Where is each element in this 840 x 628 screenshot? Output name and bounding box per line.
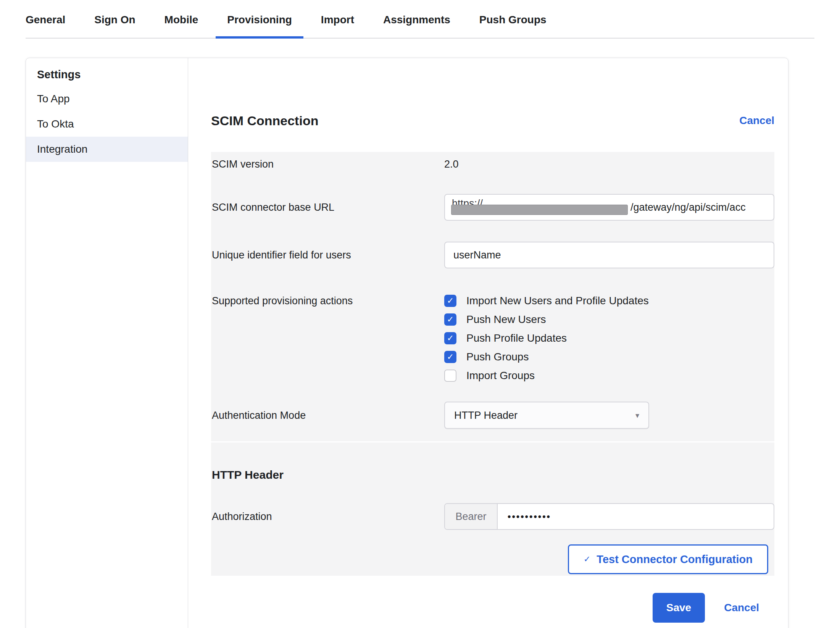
- tab-general[interactable]: General: [26, 14, 65, 38]
- page-title: SCIM Connection: [211, 112, 318, 129]
- sidebar-item-integration[interactable]: Integration: [26, 137, 188, 162]
- checkbox-row-push-profile-updates[interactable]: ✓ Push Profile Updates: [444, 329, 774, 347]
- auth-mode-select[interactable]: HTTP Header ▾: [444, 402, 649, 429]
- checkbox-import-groups[interactable]: [444, 370, 456, 382]
- unique-identifier-label: Unique identifier field for users: [212, 248, 444, 262]
- check-icon: ✓: [447, 297, 454, 305]
- checkbox-import-new-users[interactable]: ✓: [444, 295, 456, 307]
- tab-provisioning[interactable]: Provisioning: [227, 14, 292, 38]
- row-auth-mode: Authentication Mode HTTP Header ▾: [212, 402, 774, 429]
- base-url-input[interactable]: https:// /gateway/ng/api/scim/acc: [444, 194, 774, 221]
- row-provisioning-actions: Supported provisioning actions ✓ Import …: [212, 291, 774, 385]
- header-cancel-link[interactable]: Cancel: [739, 115, 774, 127]
- scim-version-value: 2.0: [444, 158, 774, 170]
- unique-identifier-input[interactable]: userName: [444, 242, 774, 268]
- row-authorization: Authorization Bearer ••••••••••: [212, 503, 774, 530]
- provisioning-actions-label: Supported provisioning actions: [212, 291, 444, 308]
- http-header-title: HTTP Header: [212, 467, 774, 483]
- tab-import[interactable]: Import: [321, 14, 354, 38]
- check-icon: ✓: [447, 315, 454, 324]
- chevron-down-icon: ▾: [635, 411, 639, 420]
- unique-identifier-value: userName: [453, 249, 501, 261]
- tab-assignments[interactable]: Assignments: [383, 14, 450, 38]
- save-button[interactable]: Save: [653, 593, 705, 623]
- checkbox-label: Push Groups: [466, 351, 529, 363]
- authorization-label: Authorization: [212, 510, 444, 523]
- main-header: SCIM Connection Cancel: [211, 112, 774, 129]
- form-footer: Save Cancel: [211, 593, 774, 623]
- row-base-url: SCIM connector base URL https:// /gatewa…: [212, 194, 774, 221]
- settings-sidebar: Settings To App To Okta Integration: [26, 58, 188, 628]
- provisioning-actions-list: ✓ Import New Users and Profile Updates ✓…: [444, 291, 774, 385]
- checkbox-row-push-new-users[interactable]: ✓ Push New Users: [444, 310, 774, 329]
- scim-version-label: SCIM version: [212, 157, 444, 171]
- check-icon: ✓: [584, 554, 590, 564]
- tab-push-groups[interactable]: Push Groups: [479, 14, 547, 38]
- check-icon: ✓: [447, 353, 454, 361]
- tab-mobile[interactable]: Mobile: [164, 14, 198, 38]
- scim-form: SCIM version 2.0 SCIM connector base URL…: [211, 152, 774, 623]
- checkbox-push-groups[interactable]: ✓: [444, 351, 456, 363]
- scim-settings-block: SCIM version 2.0 SCIM connector base URL…: [211, 152, 774, 442]
- check-icon: ✓: [447, 334, 454, 342]
- test-connector-button[interactable]: ✓ Test Connector Configuration: [568, 544, 768, 574]
- checkbox-label: Push Profile Updates: [466, 332, 567, 344]
- sidebar-item-to-okta[interactable]: To Okta: [26, 111, 188, 137]
- redaction-bar: [451, 205, 628, 215]
- checkbox-row-import-groups[interactable]: Import Groups: [444, 366, 774, 385]
- sidebar-item-to-app[interactable]: To App: [26, 86, 188, 111]
- checkbox-push-profile-updates[interactable]: ✓: [444, 332, 456, 344]
- sidebar-title: Settings: [26, 66, 188, 83]
- authorization-input-group: Bearer ••••••••••: [444, 503, 774, 530]
- auth-mode-label: Authentication Mode: [212, 408, 444, 422]
- row-scim-version: SCIM version 2.0: [212, 157, 774, 171]
- checkbox-row-push-groups[interactable]: ✓ Push Groups: [444, 347, 774, 366]
- base-url-label: SCIM connector base URL: [212, 200, 444, 214]
- provisioning-card: Settings To App To Okta Integration SCIM…: [26, 58, 788, 628]
- checkbox-label: Import New Users and Profile Updates: [466, 295, 649, 307]
- checkbox-label: Import Groups: [466, 370, 535, 382]
- base-url-visible-text: /gateway/ng/api/scim/acc: [630, 195, 746, 220]
- authorization-token-input[interactable]: ••••••••••: [498, 504, 551, 529]
- checkbox-row-import-new-users[interactable]: ✓ Import New Users and Profile Updates: [444, 291, 774, 310]
- test-connector-row: ✓ Test Connector Configuration: [212, 544, 774, 574]
- checkbox-label: Push New Users: [466, 313, 546, 326]
- row-unique-identifier: Unique identifier field for users userNa…: [212, 242, 774, 268]
- checkbox-push-new-users[interactable]: ✓: [444, 313, 456, 326]
- bearer-prefix: Bearer: [445, 504, 498, 529]
- auth-mode-selected-value: HTTP Header: [454, 410, 518, 421]
- tab-sign-on[interactable]: Sign On: [94, 14, 135, 38]
- footer-cancel-link[interactable]: Cancel: [724, 602, 759, 614]
- app-tabbar: General Sign On Mobile Provisioning Impo…: [26, 0, 814, 39]
- http-header-block: HTTP Header Authorization Bearer •••••••…: [211, 442, 774, 576]
- test-connector-label: Test Connector Configuration: [597, 553, 753, 566]
- main-panel: SCIM Connection Cancel SCIM version 2.0 …: [188, 58, 788, 628]
